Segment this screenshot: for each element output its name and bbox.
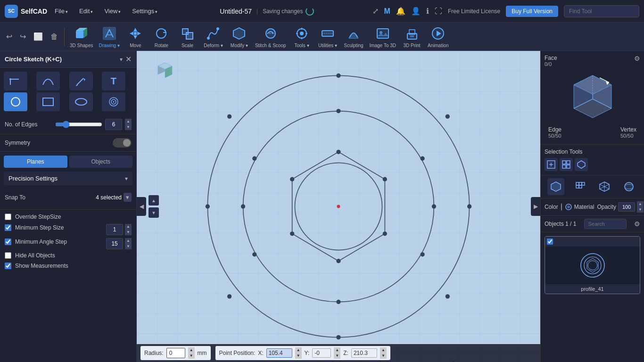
hide-objects-checkbox[interactable] [5,252,11,259]
z-increment[interactable]: ▲ [380,347,387,353]
object-item[interactable]: profile_41 [545,236,640,294]
logo[interactable]: SC SelfCAD [5,5,47,18]
tool-animation[interactable]: Animation [425,25,451,48]
type-smooth-icon[interactable] [620,178,637,195]
tool-move[interactable]: Move [123,25,149,48]
y-input[interactable] [312,348,331,358]
min-angle-decrement[interactable]: ▼ [125,244,132,249]
min-angle-increment[interactable]: ▲ [125,238,132,244]
sketch-canvas[interactable] [137,51,540,362]
tool-3d-print[interactable]: 3D Print [399,25,425,48]
type-mesh-icon[interactable] [572,178,589,195]
draw-tool-square[interactable] [36,92,60,111]
z-input[interactable] [351,348,377,358]
min-step-increment[interactable]: ▲ [125,224,132,230]
draw-tool-curve[interactable] [36,72,60,90]
user-icon[interactable]: 👤 [411,7,421,16]
bell-icon[interactable]: 🔔 [396,7,405,16]
opacity-input[interactable] [618,202,635,212]
z-decrement[interactable]: ▼ [380,353,387,359]
delete-button[interactable]: 🗑 [47,30,62,43]
nav-up-button[interactable]: ▲ [149,195,159,206]
edges-number-input[interactable] [105,119,122,130]
material-button[interactable]: Material [565,203,594,211]
m-icon[interactable]: M [384,7,390,16]
draw-tool-target[interactable] [102,92,125,111]
min-step-input[interactable] [106,224,123,235]
edges-slider[interactable] [55,121,102,128]
tool-modify[interactable]: Modify ▾ [226,25,252,48]
tool-utilities[interactable]: Utilities ▾ [315,25,341,48]
panel-dropdown-icon[interactable]: ▾ [120,56,123,63]
menu-edit[interactable]: Edit [75,6,97,16]
x-increment[interactable]: ▲ [295,347,302,353]
tool-drawing[interactable]: Drawing ▾ [96,25,122,48]
type-wire-icon[interactable] [596,178,613,195]
tool-image-to-3d[interactable]: Image To 3D [367,25,399,48]
left-collapse-arrow[interactable]: ◀ [137,197,146,216]
type-cube-icon[interactable] [547,178,564,195]
search-input[interactable] [584,219,627,229]
edges-decrement[interactable]: ▼ [125,124,132,130]
y-decrement[interactable]: ▼ [334,353,340,359]
panel-close-icon[interactable]: ✕ [125,55,132,64]
radius-decrement[interactable]: ▼ [188,353,195,359]
sel-icon-grid[interactable] [560,158,573,171]
opacity-increment[interactable]: ▲ [637,201,644,207]
override-stepsize-checkbox[interactable] [5,214,11,220]
min-step-checkbox[interactable] [5,224,11,231]
min-step-decrement[interactable]: ▼ [125,230,132,235]
tool-3d-shapes[interactable]: 3D Shapes [67,25,96,48]
draw-tool-ellipse[interactable] [69,92,93,111]
draw-tool-corner[interactable] [4,72,27,90]
menu-settings[interactable]: Settings [128,6,161,16]
precision-header[interactable]: Precision Settings ▾ [4,172,132,185]
x-input[interactable] [266,348,292,358]
min-angle-checkbox[interactable] [5,239,11,245]
nav-arrows: ▲ ▼ [149,195,159,218]
object-item-checkbox[interactable] [547,239,553,245]
tool-tools[interactable]: Tools ▾ [289,25,315,48]
tab-planes[interactable]: Planes [4,156,67,168]
fullscreen-icon[interactable]: ⛶ [435,7,442,16]
tool-sculpting[interactable]: Sculpting [341,25,367,48]
y-increment[interactable]: ▲ [334,347,340,353]
buy-button[interactable]: Buy Full Version [506,6,558,17]
sel-icon-box[interactable] [575,158,588,171]
redo-button[interactable]: ↪ [16,30,30,43]
find-tool-input[interactable] [564,5,639,17]
radius-increment[interactable]: ▲ [188,347,195,353]
min-angle-input[interactable] [106,238,123,249]
radius-input[interactable] [166,348,185,358]
edges-increment[interactable]: ▲ [125,119,132,124]
snap-dropdown-button[interactable]: ▾ [124,193,132,202]
opacity-decrement[interactable]: ▼ [637,207,644,213]
draw-tool-text[interactable]: T [102,72,125,90]
draw-tool-pen[interactable] [69,72,93,90]
share-icon[interactable]: ⤢ [372,7,379,16]
x-decrement[interactable]: ▼ [295,353,302,359]
nav-down-button[interactable]: ▼ [149,207,159,218]
tab-objects[interactable]: Objects [69,156,133,168]
tool-scale[interactable]: Scale [174,25,200,48]
show-measurements-checkbox[interactable] [5,263,11,269]
menu-view[interactable]: View [100,6,124,16]
settings-gear-icon[interactable]: ⚙ [634,55,640,62]
3d-view-cube[interactable] [545,67,640,126]
duplicate-button[interactable]: ⬜ [30,30,47,43]
color-picker[interactable] [561,203,562,211]
viewport[interactable]: ◀ ▶ ▲ ▼ TOP [137,51,540,362]
tool-deform[interactable]: Deform ▾ [200,25,226,48]
symmetry-toggle[interactable] [113,138,132,148]
view-cube-mini[interactable] [151,56,174,81]
objects-settings-icon[interactable]: ⚙ [634,220,640,228]
sel-icon-expand[interactable] [545,158,558,171]
right-collapse-arrow[interactable]: ▶ [531,197,540,216]
menu-file[interactable]: File [51,6,72,16]
tool-rotate[interactable]: Rotate [149,25,174,48]
tool-stitch-scoop[interactable]: Stitch & Scoop [252,25,289,48]
info-icon[interactable]: ℹ [426,7,429,16]
tool-move-label: Move [130,43,141,48]
undo-button[interactable]: ↩ [2,30,16,43]
draw-tool-circle[interactable] [4,92,27,111]
